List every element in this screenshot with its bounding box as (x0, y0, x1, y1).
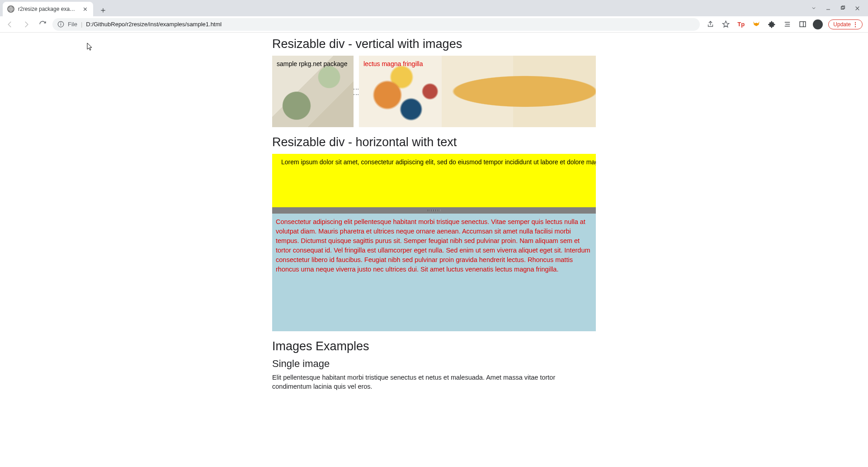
address-bar[interactable]: File | D:/GithubRepo/r2resize/inst/examp… (52, 18, 700, 31)
horizontal-splitter[interactable] (272, 207, 596, 214)
blue-pane-text: Consectetur adipiscing elit pellentesque… (276, 218, 590, 273)
reading-list-icon[interactable] (782, 19, 792, 29)
kebab-icon: ⋮ (853, 21, 858, 28)
heading-single-image: Single image (272, 358, 596, 370)
minimize-icon[interactable] (826, 5, 834, 11)
image-pane-left: sample rpkg.net package (272, 56, 354, 127)
update-button[interactable]: Update ⋮ (828, 19, 863, 29)
browser-toolbar: File | D:/GithubRepo/r2resize/inst/examp… (0, 16, 868, 33)
heading-vertical: Resizable div - vertical with images (272, 37, 596, 51)
image-pane-right: lectus magna fringilla (359, 56, 596, 127)
new-tab-button[interactable]: ＋ (97, 4, 109, 16)
window-controls (811, 0, 865, 16)
svg-marker-9 (722, 21, 729, 27)
profile-avatar[interactable] (813, 19, 823, 29)
browser-tab[interactable]: r2resize package example to add ✕ (3, 2, 93, 16)
url-text: D:/GithubRepo/r2resize/inst/examples/sam… (86, 21, 222, 28)
heading-images-examples: Images Examples (272, 339, 596, 353)
resizable-horizontal-container: Lorem ipsum dolor sit amet, consectetur … (272, 154, 596, 331)
single-image-paragraph: Elit pellentesque habitant morbi tristiq… (272, 373, 596, 391)
globe-icon (7, 5, 14, 13)
forward-button[interactable] (20, 18, 33, 31)
bookmark-icon[interactable] (721, 19, 731, 29)
extension-tp-icon[interactable]: Tp (736, 19, 746, 29)
yellow-pane-text: Lorem ipsum dolor sit amet, consectetur … (281, 158, 596, 166)
image-left-label: sample rpkg.net package (277, 60, 347, 67)
extension-fox-icon[interactable] (751, 19, 761, 29)
cursor-icon (87, 43, 93, 53)
info-icon[interactable] (57, 21, 64, 28)
tab-title: r2resize package example to add (18, 6, 79, 12)
chevron-down-icon[interactable] (811, 5, 819, 11)
share-icon[interactable] (705, 19, 715, 29)
svg-point-8 (61, 23, 61, 23)
resizable-vertical-container: sample rpkg.net package ⋮⋮ lectus magna … (272, 56, 596, 127)
splitter-grip-icon (428, 210, 440, 211)
back-button[interactable] (4, 18, 16, 31)
maximize-icon[interactable] (840, 5, 848, 11)
heading-horizontal: Resizable div - horizontal with text (272, 135, 596, 149)
close-icon[interactable]: ✕ (81, 5, 89, 13)
extensions-icon[interactable] (767, 19, 777, 29)
blue-pane: Consectetur adipiscing elit pellentesque… (272, 214, 596, 331)
yellow-pane: Lorem ipsum dolor sit amet, consectetur … (272, 154, 596, 207)
page-content: Resizable div - vertical with images sam… (272, 33, 596, 409)
sidepanel-icon[interactable] (797, 19, 807, 29)
reload-button[interactable] (36, 18, 49, 31)
svg-rect-2 (841, 7, 844, 10)
page-viewport[interactable]: Resizable div - vertical with images sam… (0, 33, 868, 467)
svg-rect-3 (842, 6, 845, 9)
url-scheme-label: File (68, 21, 77, 28)
toolbar-actions: Tp Update ⋮ (703, 19, 864, 29)
tab-strip: r2resize package example to add ✕ ＋ (0, 0, 868, 16)
url-divider: | (81, 21, 82, 28)
browser-chrome: r2resize package example to add ✕ ＋ (0, 0, 868, 33)
window-close-icon[interactable] (854, 5, 863, 11)
image-right-label: lectus magna fringilla (363, 60, 423, 67)
svg-rect-13 (800, 22, 806, 27)
vertical-splitter[interactable]: ⋮⋮ (354, 56, 359, 127)
update-button-label: Update (833, 21, 851, 28)
